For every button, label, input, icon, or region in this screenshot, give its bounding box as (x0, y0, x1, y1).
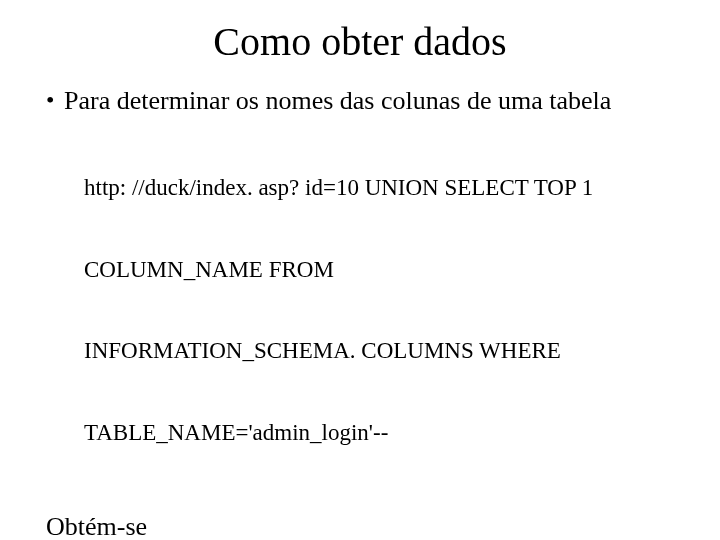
slide: Como obter dados • Para determinar os no… (0, 0, 720, 540)
bullet-dot-icon: • (46, 85, 64, 116)
code-line: COLUMN_NAME FROM (84, 256, 680, 283)
result-subheading: Obtém-se (46, 512, 680, 540)
bullet-item: • Para determinar os nomes das colunas d… (46, 85, 680, 116)
code-line: TABLE_NAME='admin_login'-- (84, 419, 680, 446)
code-line: INFORMATION_SCHEMA. COLUMNS WHERE (84, 337, 680, 364)
sql-example-block: http: //duck/index. asp? id=10 UNION SEL… (84, 120, 680, 500)
slide-title: Como obter dados (40, 18, 680, 65)
code-line: http: //duck/index. asp? id=10 UNION SEL… (84, 174, 680, 201)
bullet-text: Para determinar os nomes das colunas de … (64, 85, 680, 116)
